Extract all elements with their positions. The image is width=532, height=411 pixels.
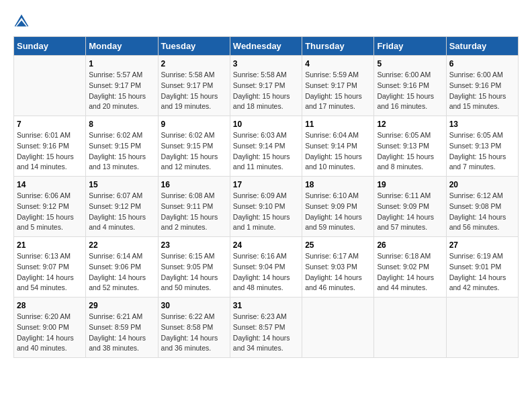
day-info: Sunrise: 6:05 AMSunset: 9:13 PMDaylight:… [449,130,515,173]
calendar-cell: 28Sunrise: 6:20 AMSunset: 9:00 PMDayligh… [14,298,86,358]
header-day-sunday: Sunday [14,37,86,56]
calendar-cell: 16Sunrise: 6:08 AMSunset: 9:11 PMDayligh… [158,177,230,237]
calendar-cell: 17Sunrise: 6:09 AMSunset: 9:10 PMDayligh… [230,177,302,237]
calendar-cell: 19Sunrise: 6:11 AMSunset: 9:09 PMDayligh… [374,177,446,237]
day-number: 1 [89,59,154,68]
calendar-cell: 5Sunrise: 6:00 AMSunset: 9:16 PMDaylight… [374,56,446,116]
day-info: Sunrise: 6:11 AMSunset: 9:09 PMDaylight:… [377,191,443,233]
header-row: SundayMondayTuesdayWednesdayThursdayFrid… [14,37,519,56]
day-info: Sunrise: 6:17 AMSunset: 9:03 PMDaylight:… [305,251,371,293]
calendar-cell: 24Sunrise: 6:16 AMSunset: 9:04 PMDayligh… [230,237,302,298]
day-number: 25 [305,240,371,250]
day-number: 13 [449,120,515,129]
calendar-cell [302,298,374,358]
page-header [13,13,519,30]
calendar-cell: 26Sunrise: 6:18 AMSunset: 9:02 PMDayligh… [374,237,446,298]
day-info: Sunrise: 5:57 AMSunset: 9:17 PMDaylight:… [89,70,154,112]
day-info: Sunrise: 6:08 AMSunset: 9:11 PMDaylight:… [161,191,227,233]
day-number: 28 [17,301,83,310]
calendar-cell [14,56,86,116]
calendar-cell: 7Sunrise: 6:01 AMSunset: 9:16 PMDaylight… [14,116,86,177]
calendar-cell: 15Sunrise: 6:07 AMSunset: 9:12 PMDayligh… [86,177,158,237]
day-info: Sunrise: 6:09 AMSunset: 9:10 PMDaylight:… [233,191,299,233]
calendar-cell [374,298,446,358]
day-info: Sunrise: 6:15 AMSunset: 9:05 PMDaylight:… [161,251,227,293]
calendar-cell: 14Sunrise: 6:06 AMSunset: 9:12 PMDayligh… [14,177,86,237]
day-info: Sunrise: 6:02 AMSunset: 9:15 PMDaylight:… [161,130,227,173]
calendar-cell: 1Sunrise: 5:57 AMSunset: 9:17 PMDaylight… [86,56,158,116]
calendar-cell: 11Sunrise: 6:04 AMSunset: 9:14 PMDayligh… [302,116,374,177]
calendar-cell: 31Sunrise: 6:23 AMSunset: 8:57 PMDayligh… [230,298,302,358]
calendar-cell: 27Sunrise: 6:19 AMSunset: 9:01 PMDayligh… [446,237,518,298]
day-number: 6 [449,59,515,68]
header-day-monday: Monday [86,37,158,56]
header-day-tuesday: Tuesday [158,37,230,56]
calendar-table: SundayMondayTuesdayWednesdayThursdayFrid… [13,36,519,358]
calendar-cell: 10Sunrise: 6:03 AMSunset: 9:14 PMDayligh… [230,116,302,177]
header-day-wednesday: Wednesday [230,37,302,56]
day-info: Sunrise: 6:19 AMSunset: 9:01 PMDaylight:… [449,251,515,293]
week-row-2: 7Sunrise: 6:01 AMSunset: 9:16 PMDaylight… [14,116,519,177]
day-info: Sunrise: 6:16 AMSunset: 9:04 PMDaylight:… [233,251,299,293]
calendar-cell [446,298,518,358]
day-info: Sunrise: 6:00 AMSunset: 9:16 PMDaylight:… [377,70,443,112]
day-number: 21 [17,240,83,250]
day-number: 11 [305,120,371,129]
day-number: 17 [233,180,299,189]
day-info: Sunrise: 6:14 AMSunset: 9:06 PMDaylight:… [89,251,154,293]
week-row-5: 28Sunrise: 6:20 AMSunset: 9:00 PMDayligh… [14,298,519,358]
day-number: 26 [377,240,443,250]
calendar-cell: 13Sunrise: 6:05 AMSunset: 9:13 PMDayligh… [446,116,518,177]
logo-icon [13,13,30,30]
day-number: 19 [377,180,443,189]
day-number: 15 [89,180,154,189]
week-row-1: 1Sunrise: 5:57 AMSunset: 9:17 PMDaylight… [14,56,519,116]
calendar-cell: 21Sunrise: 6:13 AMSunset: 9:07 PMDayligh… [14,237,86,298]
logo [13,13,32,30]
day-info: Sunrise: 6:10 AMSunset: 9:09 PMDaylight:… [305,191,371,233]
calendar-cell: 12Sunrise: 6:05 AMSunset: 9:13 PMDayligh… [374,116,446,177]
day-info: Sunrise: 6:01 AMSunset: 9:16 PMDaylight:… [17,130,83,173]
day-info: Sunrise: 5:59 AMSunset: 9:17 PMDaylight:… [305,70,371,112]
day-info: Sunrise: 6:04 AMSunset: 9:14 PMDaylight:… [305,130,371,173]
calendar-cell: 4Sunrise: 5:59 AMSunset: 9:17 PMDaylight… [302,56,374,116]
day-info: Sunrise: 6:05 AMSunset: 9:13 PMDaylight:… [377,130,443,173]
day-number: 4 [305,59,371,68]
day-number: 2 [161,59,227,68]
calendar-cell: 22Sunrise: 6:14 AMSunset: 9:06 PMDayligh… [86,237,158,298]
day-number: 5 [377,59,443,68]
day-number: 16 [161,180,227,189]
day-number: 8 [89,120,154,129]
day-info: Sunrise: 6:20 AMSunset: 9:00 PMDaylight:… [17,312,83,354]
calendar-cell: 2Sunrise: 5:58 AMSunset: 9:17 PMDaylight… [158,56,230,116]
calendar-cell: 25Sunrise: 6:17 AMSunset: 9:03 PMDayligh… [302,237,374,298]
day-number: 12 [377,120,443,129]
day-number: 23 [161,240,227,250]
calendar-cell: 20Sunrise: 6:12 AMSunset: 9:08 PMDayligh… [446,177,518,237]
day-number: 18 [305,180,371,189]
day-number: 20 [449,180,515,189]
day-info: Sunrise: 6:00 AMSunset: 9:16 PMDaylight:… [449,70,515,112]
day-info: Sunrise: 5:58 AMSunset: 9:17 PMDaylight:… [161,70,227,112]
week-row-3: 14Sunrise: 6:06 AMSunset: 9:12 PMDayligh… [14,177,519,237]
day-info: Sunrise: 6:13 AMSunset: 9:07 PMDaylight:… [17,251,83,293]
calendar-cell: 6Sunrise: 6:00 AMSunset: 9:16 PMDaylight… [446,56,518,116]
calendar-cell: 8Sunrise: 6:02 AMSunset: 9:15 PMDaylight… [86,116,158,177]
day-info: Sunrise: 6:23 AMSunset: 8:57 PMDaylight:… [233,312,299,354]
week-row-4: 21Sunrise: 6:13 AMSunset: 9:07 PMDayligh… [14,237,519,298]
header-day-friday: Friday [374,37,446,56]
day-number: 31 [233,301,299,310]
day-number: 27 [449,240,515,250]
day-info: Sunrise: 6:21 AMSunset: 8:59 PMDaylight:… [89,312,154,354]
calendar-cell: 18Sunrise: 6:10 AMSunset: 9:09 PMDayligh… [302,177,374,237]
day-number: 9 [161,120,227,129]
day-info: Sunrise: 6:22 AMSunset: 8:58 PMDaylight:… [161,312,227,354]
day-number: 22 [89,240,154,250]
calendar-cell: 9Sunrise: 6:02 AMSunset: 9:15 PMDaylight… [158,116,230,177]
day-number: 30 [161,301,227,310]
header-day-saturday: Saturday [446,37,518,56]
day-info: Sunrise: 6:07 AMSunset: 9:12 PMDaylight:… [89,191,154,233]
day-info: Sunrise: 6:03 AMSunset: 9:14 PMDaylight:… [233,130,299,173]
calendar-cell: 3Sunrise: 5:58 AMSunset: 9:17 PMDaylight… [230,56,302,116]
day-info: Sunrise: 6:02 AMSunset: 9:15 PMDaylight:… [89,130,154,173]
